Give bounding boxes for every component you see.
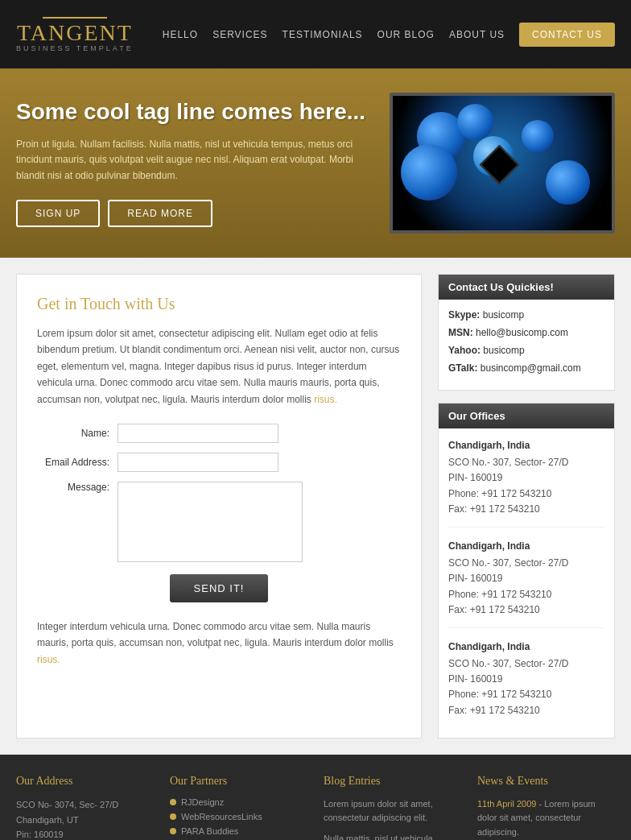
bubble-3 [401,144,457,201]
gtalk-label: GTalk: [448,362,477,374]
send-button[interactable]: SEND IT! [170,574,269,602]
office-2-address: SCO No.- 307, Sector- 27/D [448,556,604,571]
header: TANGENT BUSINESS TEMPLATE HELLO SERVICES… [0,0,631,68]
partner-dot-3 [170,828,176,834]
nav-contact-button[interactable]: CONTACT US [519,23,615,47]
after-link[interactable]: risus. [37,654,60,665]
logo-deco [43,17,107,19]
office-1-phone: Phone: +91 172 543210 [448,486,604,502]
gtalk-row: GTalk: busincomp@gmail.com [448,362,604,374]
footer-news-title: News & Events [477,775,615,788]
partner-2: WebResourcesLinks [170,812,307,821]
office-3-phone: Phone: +91 172 543210 [448,687,604,702]
bubble-5 [522,120,554,152]
nav-about[interactable]: ABOUT US [449,29,505,40]
footer-columns: Our Address SCO No- 3074, Sec- 27/D Chan… [16,775,615,840]
footer-address-col: Our Address SCO No- 3074, Sec- 27/D Chan… [16,775,154,840]
partner-3-label[interactable]: PARA Buddies [181,826,238,836]
logo-text: TANGENT [17,22,133,44]
quickies-header: Contact Us Quickies! [439,275,614,300]
skype-value: busicomp [483,309,524,321]
contact-section-title: Get in Touch with Us [37,295,401,313]
office-3-fax: Fax: +91 172 543210 [448,703,604,718]
bubble-2 [457,104,493,140]
partner-dot-1 [170,799,176,805]
footer-addr-line3: Pin: 160019 [16,827,154,840]
skype-label: Skype: [448,309,480,321]
hero-text-area: Some cool tag line comes here... Proin u… [16,99,373,227]
footer-partners-title: Our Partners [170,775,307,788]
hero-tagline: Some cool tag line comes here... [16,99,373,125]
hero-section: Some cool tag line comes here... Proin u… [0,68,631,258]
email-label: Email Address: [37,457,118,468]
contact-form: Name: Email Address: Message: SEND IT! [37,424,401,602]
partner-dot-2 [170,813,176,820]
footer-news-col: News & Events 11th April 2009 - Lorem ip… [477,775,615,840]
right-sidebar: Contact Us Quickies! Skype: busicomp MSN… [438,274,615,739]
email-input[interactable] [118,453,278,472]
hero-buttons: SIGN UP READ MORE [16,200,373,227]
message-label: Message: [37,482,118,493]
news-item-1: 11th April 2009 - Lorem ipsum dolor sit … [477,797,615,840]
hero-img-visual [393,96,612,230]
message-textarea[interactable] [118,482,303,562]
gtalk-value: busincomp@gmail.com [480,362,581,374]
msn-row: MSN: hello@busicomp.com [448,327,604,338]
office-3: Chandigarh, India SCO No.- 307, Sector- … [448,639,604,728]
footer-partners-col: Our Partners RJDesignz WebResourcesLinks… [170,775,307,840]
name-input[interactable] [118,424,278,443]
office-2: Chandigarh, India SCO No.- 307, Sector- … [448,539,604,628]
name-row: Name: [37,424,401,443]
footer-blog-col: Blog Entries Lorem ipsum dolor sit amet,… [324,775,461,840]
office-3-address: SCO No.- 307, Sector- 27/D [448,656,604,672]
nav-hello[interactable]: HELLO [163,29,198,40]
office-1-fax: Fax: +91 172 543210 [448,502,604,517]
footer-address-title: Our Address [16,775,154,788]
logo: TANGENT BUSINESS TEMPLATE [16,17,134,52]
quickies-box: Contact Us Quickies! Skype: busicomp MSN… [438,274,615,391]
yahoo-label: Yahoo: [448,345,480,356]
message-row: Message: [37,482,401,562]
hero-image [390,93,615,234]
intro-link[interactable]: risus. [314,394,337,405]
office-1: Chandigarh, India SCO No.- 307, Sector- … [448,438,604,528]
main-nav: HELLO SERVICES TESTIMONIALS OUR BLOG ABO… [163,23,615,47]
office-1-address: SCO No.- 307, Sector- 27/D [448,455,604,470]
offices-content: Chandigarh, India SCO No.- 307, Sector- … [439,428,614,738]
blog-entry-2: Nulla mattis, nisl ut vehicula tempus, m… [324,832,461,840]
footer-addr-line1: SCO No- 3074, Sec- 27/D [16,797,154,813]
office-3-pin: PIN- 160019 [448,672,604,687]
office-3-city: Chandigarh, India [448,639,604,655]
nav-testimonials[interactable]: TESTIMONIALS [283,29,363,40]
main-content: Get in Touch with Us Lorem ipsum dolor s… [0,258,631,755]
contact-intro-text: Lorem ipsum dolor sit amet, consectetur … [37,325,401,408]
quickies-content: Skype: busicomp MSN: hello@busicomp.com … [439,300,614,390]
news-date-1: 11th April 2009 [477,799,536,809]
partner-3: PARA Buddies [170,826,307,836]
offices-header: Our Offices [439,403,614,428]
footer-blog-title: Blog Entries [324,775,461,788]
signup-button[interactable]: SIGN UP [16,200,100,227]
office-2-fax: Fax: +91 172 543210 [448,602,604,618]
office-2-pin: PIN- 160019 [448,571,604,586]
msn-label: MSN: [448,327,473,338]
yahoo-value: busicomp [483,345,524,356]
after-form-text: Integer interdum vehicula urna. Donec co… [37,619,401,668]
offices-box: Our Offices Chandigarh, India SCO No.- 3… [438,403,615,739]
bubble-6 [546,160,590,205]
name-label: Name: [37,428,118,439]
skype-row: Skype: busicomp [448,309,604,321]
nav-services[interactable]: SERVICES [212,29,267,40]
footer: Our Address SCO No- 3074, Sec- 27/D Chan… [0,755,631,840]
office-1-city: Chandigarh, India [448,438,604,453]
footer-addr-line2: Chandigarh, UT [16,813,154,828]
msn-value: hello@busicomp.com [476,327,568,338]
yahoo-row: Yahoo: busicomp [448,345,604,356]
email-row: Email Address: [37,453,401,472]
nav-blog[interactable]: OUR BLOG [377,29,435,40]
partner-1-label[interactable]: RJDesignz [181,797,224,807]
blog-entry-1: Lorem ipsum dolor sit amet, consectetur … [324,797,461,826]
partner-2-label[interactable]: WebResourcesLinks [181,812,262,821]
readmore-button[interactable]: READ MORE [108,200,212,227]
office-2-phone: Phone: +91 172 543210 [448,587,604,602]
